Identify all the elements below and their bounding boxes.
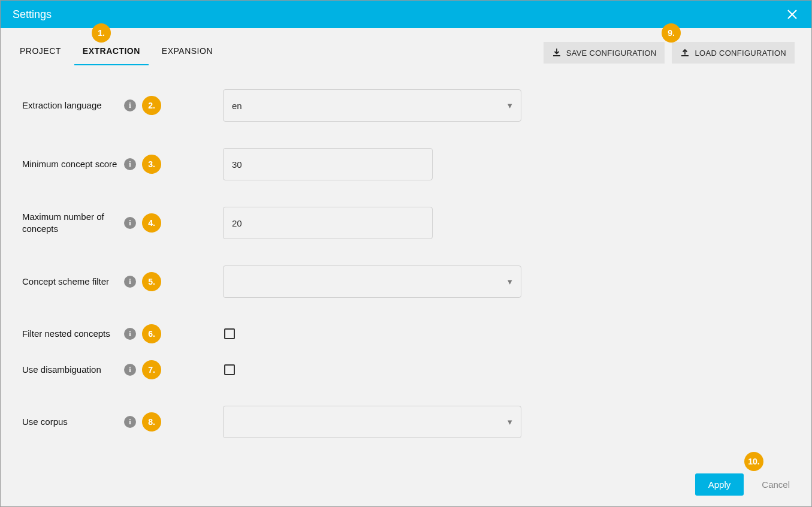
row-min-concept-score: Minimum concept score i 3. 30 bbox=[22, 148, 790, 180]
info-icon[interactable]: i bbox=[124, 416, 136, 428]
annotation-marker-10: 10. bbox=[744, 452, 763, 471]
form-area: Extraction language i 2. en ▾ Minimum co… bbox=[1, 65, 811, 473]
tab-extraction[interactable]: EXTRACTION bbox=[80, 40, 143, 65]
dialog-footer: 10. Apply Cancel bbox=[1, 473, 811, 506]
row-extraction-language: Extraction language i 2. en ▾ bbox=[22, 89, 790, 122]
row-concept-scheme-filter: Concept scheme filter i 5. ▾ bbox=[22, 265, 790, 298]
row-use-corpus: Use corpus i 8. ▾ bbox=[22, 406, 790, 438]
extraction-language-select[interactable]: en ▾ bbox=[223, 89, 521, 122]
tab-project[interactable]: PROJECT bbox=[17, 40, 64, 65]
chevron-down-icon: ▾ bbox=[508, 417, 512, 427]
close-icon bbox=[787, 9, 798, 20]
row-filter-nested: Filter nested concepts i 6. bbox=[22, 324, 790, 343]
label-concept-scheme-filter: Concept scheme filter bbox=[22, 276, 118, 288]
label-max-num-concepts: Maximum number of concepts bbox=[22, 211, 118, 236]
chevron-down-icon: ▾ bbox=[508, 276, 512, 287]
tabs-row: PROJECT EXTRACTION EXPANSION SAVE CONFIG… bbox=[1, 28, 811, 65]
min-concept-score-input[interactable]: 30 bbox=[223, 148, 433, 180]
label-use-disambiguation: Use disambiguation bbox=[22, 364, 118, 376]
annotation-marker-9: 9. bbox=[662, 23, 681, 43]
save-configuration-button[interactable]: SAVE CONFIGURATION bbox=[544, 42, 665, 64]
info-icon[interactable]: i bbox=[124, 99, 136, 111]
label-extraction-language: Extraction language bbox=[22, 99, 118, 111]
save-configuration-label: SAVE CONFIGURATION bbox=[566, 49, 657, 58]
download-icon bbox=[552, 48, 562, 58]
upload-icon bbox=[680, 48, 690, 58]
extraction-language-value: en bbox=[232, 101, 242, 111]
concept-scheme-filter-select[interactable]: ▾ bbox=[223, 265, 521, 298]
max-num-concepts-input[interactable]: 20 bbox=[223, 207, 433, 239]
annotation-marker-2: 2. bbox=[142, 96, 161, 115]
use-disambiguation-checkbox[interactable] bbox=[224, 364, 235, 375]
row-max-num-concepts: Maximum number of concepts i 4. 20 bbox=[22, 207, 790, 239]
load-configuration-button[interactable]: LOAD CONFIGURATION bbox=[672, 42, 795, 64]
svg-rect-3 bbox=[681, 55, 689, 56]
filter-nested-checkbox[interactable] bbox=[224, 328, 235, 339]
annotation-marker-3: 3. bbox=[142, 155, 161, 174]
info-icon[interactable]: i bbox=[124, 158, 136, 170]
annotation-marker-5: 5. bbox=[142, 272, 161, 291]
close-button[interactable] bbox=[785, 7, 799, 22]
info-icon[interactable]: i bbox=[124, 276, 136, 288]
apply-button[interactable]: Apply bbox=[695, 473, 744, 496]
tab-expansion[interactable]: EXPANSION bbox=[159, 40, 215, 65]
label-filter-nested: Filter nested concepts bbox=[22, 328, 118, 340]
use-corpus-select[interactable]: ▾ bbox=[223, 406, 521, 438]
annotation-marker-8: 8. bbox=[142, 412, 161, 431]
dialog-title: Settings bbox=[13, 8, 52, 21]
info-icon[interactable]: i bbox=[124, 328, 136, 340]
annotation-marker-6: 6. bbox=[142, 324, 161, 343]
label-min-concept-score: Minimum concept score bbox=[22, 158, 118, 170]
chevron-down-icon: ▾ bbox=[508, 100, 512, 111]
row-use-disambiguation: Use disambiguation i 7. bbox=[22, 360, 790, 379]
svg-rect-2 bbox=[553, 55, 560, 56]
titlebar: Settings bbox=[1, 1, 811, 28]
max-num-concepts-value: 20 bbox=[232, 218, 242, 228]
annotation-marker-4: 4. bbox=[142, 213, 161, 233]
annotation-marker-1: 1. bbox=[92, 23, 111, 43]
annotation-marker-7: 7. bbox=[142, 360, 161, 379]
label-use-corpus: Use corpus bbox=[22, 416, 118, 428]
info-icon[interactable]: i bbox=[124, 364, 136, 376]
info-icon[interactable]: i bbox=[124, 217, 136, 229]
config-buttons: SAVE CONFIGURATION LOAD CONFIGURATION bbox=[544, 42, 795, 64]
settings-dialog: Settings PROJECT EXTRACTION EXPANSION SA… bbox=[0, 0, 812, 507]
tabs: PROJECT EXTRACTION EXPANSION bbox=[17, 40, 215, 65]
min-concept-score-value: 30 bbox=[232, 159, 242, 170]
cancel-button[interactable]: Cancel bbox=[751, 473, 801, 496]
load-configuration-label: LOAD CONFIGURATION bbox=[695, 49, 786, 58]
